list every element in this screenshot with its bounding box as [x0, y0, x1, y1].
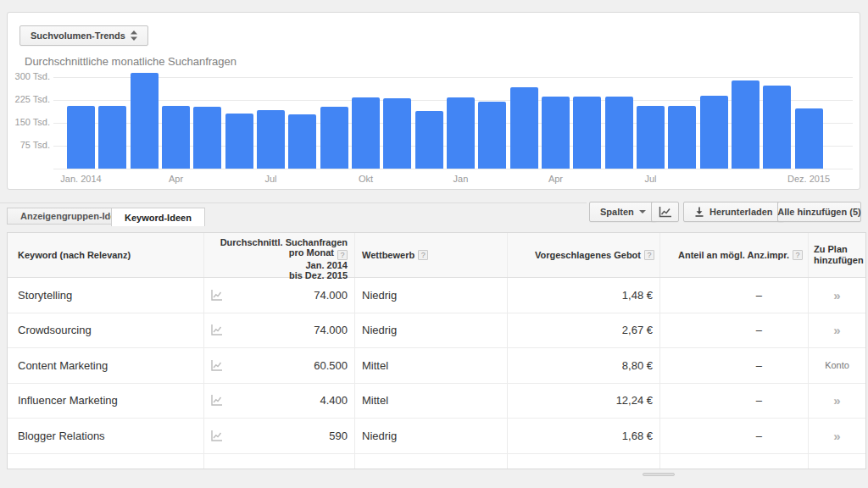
- competition-value: Niedrig: [362, 324, 397, 336]
- chart-bar[interactable]: [573, 97, 601, 169]
- line-chart-icon[interactable]: [211, 395, 222, 406]
- suggested-bid-cell: 12,24 €: [508, 384, 660, 419]
- chart-bar[interactable]: [67, 106, 95, 169]
- column-header-label: Zu Plan hinzufügen: [814, 244, 865, 266]
- chart-gridline: [53, 77, 853, 78]
- add-to-plan-cell: »: [809, 384, 865, 419]
- table-row: Content Marketing60.500Mittel8,80 €–Kont…: [8, 348, 865, 384]
- competition-cell: Niedrig: [355, 419, 508, 453]
- chart-bar[interactable]: [637, 106, 665, 169]
- columns-button[interactable]: Spalten: [589, 202, 657, 222]
- chart-bar[interactable]: [542, 97, 570, 169]
- chart-bar[interactable]: [383, 98, 411, 169]
- keyword-label: Crowdsourcing: [18, 324, 92, 336]
- account-label: Konto: [825, 360, 849, 370]
- help-icon[interactable]: ?: [337, 250, 348, 260]
- help-icon[interactable]: ?: [793, 250, 803, 260]
- column-header-avg-searches[interactable]: Durchschnittl. Suchanfragen pro Monat? J…: [204, 233, 355, 277]
- bar-chart: 75 Tsd.150 Tsd.225 Tsd.300 Tsd.Jan. 2014…: [8, 13, 860, 191]
- chart-bar[interactable]: [605, 97, 633, 169]
- bottom-scroll-handle[interactable]: [643, 473, 675, 476]
- column-header-suggested-bid[interactable]: Vorgeschlagenes Gebot ?: [508, 233, 660, 277]
- line-chart-icon[interactable]: [211, 360, 222, 371]
- column-header-competition[interactable]: Wettbewerb ?: [355, 233, 508, 277]
- search-volume-panel: Suchvolumen-Trends Durchschnittliche mon…: [7, 12, 860, 190]
- chart-bar[interactable]: [447, 97, 475, 169]
- chart-bar[interactable]: [225, 114, 253, 169]
- suggested-bid-value: 12,24 €: [616, 394, 653, 407]
- competition-value: Mittel: [362, 394, 388, 407]
- impression-share-cell: –: [660, 419, 809, 453]
- keyword-cell: Content Marketing: [8, 348, 204, 383]
- x-axis-tick-label: Okt: [330, 174, 401, 184]
- column-header-label: Keyword (nach Relevanz): [18, 250, 131, 260]
- tabstrip-divider: [0, 202, 587, 203]
- chart-bar[interactable]: [478, 102, 506, 169]
- chart-bar[interactable]: [732, 80, 760, 169]
- x-axis-tick-label: Jul: [235, 174, 306, 184]
- keyword-label: Blogger Relations: [18, 430, 105, 442]
- download-button[interactable]: Herunterladen: [683, 202, 784, 222]
- help-icon[interactable]: ?: [644, 250, 654, 260]
- chart-bar[interactable]: [415, 111, 443, 169]
- avg-searches-value: 4.400: [320, 394, 348, 407]
- suggested-bid-cell: 1,48 €: [508, 278, 660, 313]
- column-header-label: Vorgeschlagenes Gebot: [535, 250, 641, 260]
- avg-searches-cell: 60.500: [204, 348, 355, 383]
- help-icon[interactable]: ?: [418, 250, 428, 260]
- line-chart-icon[interactable]: [211, 290, 222, 301]
- download-icon: [694, 207, 704, 217]
- y-axis-tick-label: 225 Tsd.: [8, 94, 50, 104]
- chart-bar[interactable]: [288, 114, 316, 169]
- y-axis-tick-label: 150 Tsd.: [8, 117, 50, 127]
- avg-searches-cell: 74.000: [204, 313, 355, 348]
- chart-bar[interactable]: [795, 108, 823, 169]
- avg-searches-value: 74.000: [314, 324, 348, 336]
- line-chart-icon[interactable]: [211, 324, 222, 336]
- keyword-cell: Influencer Marketing: [8, 384, 204, 419]
- column-header-add-to-plan: Zu Plan hinzufügen: [809, 233, 865, 277]
- chart-bar[interactable]: [257, 110, 285, 169]
- chart-bar[interactable]: [193, 107, 221, 169]
- competition-cell: Niedrig: [355, 313, 508, 348]
- chart-bar[interactable]: [320, 107, 348, 169]
- chart-bar[interactable]: [700, 96, 728, 169]
- add-keyword-button[interactable]: »: [833, 288, 840, 302]
- add-all-button-label: Alle hinzufügen (5): [777, 207, 860, 217]
- chart-bar[interactable]: [98, 106, 126, 169]
- add-to-plan-cell: »: [809, 278, 865, 313]
- chart-bar[interactable]: [763, 86, 791, 169]
- chevron-down-icon: [639, 210, 646, 214]
- impression-share-value: –: [756, 324, 762, 336]
- add-all-button[interactable]: Alle hinzufügen (5): [777, 202, 861, 222]
- impression-share-value: –: [756, 430, 762, 442]
- impression-share-value: –: [756, 359, 762, 372]
- chart-view-toggle-button[interactable]: [651, 202, 679, 222]
- line-chart-icon[interactable]: [211, 430, 222, 441]
- table-header-row: Keyword (nach Relevanz) Durchschnittl. S…: [8, 233, 865, 278]
- chart-bar[interactable]: [131, 73, 159, 169]
- impression-share-cell: –: [660, 313, 809, 348]
- add-to-plan-cell: Konto: [809, 348, 865, 383]
- add-to-plan-cell: »: [809, 313, 865, 348]
- chart-bar[interactable]: [668, 106, 696, 169]
- keyword-ideas-table: Keyword (nach Relevanz) Durchschnittl. S…: [7, 232, 866, 469]
- avg-searches-value: 590: [329, 430, 348, 442]
- column-header-impression-share[interactable]: Anteil an mögl. Anz.impr. ?: [660, 233, 809, 277]
- tab-keyword-ideen[interactable]: Keyword-Ideen: [111, 208, 205, 226]
- y-axis-tick-label: 75 Tsd.: [8, 140, 50, 150]
- chart-bar[interactable]: [352, 97, 380, 169]
- avg-searches-cell: 4.400: [204, 384, 355, 419]
- chart-bar[interactable]: [510, 87, 538, 169]
- x-axis-tick-label: Apr: [520, 174, 591, 184]
- line-chart-icon: [659, 207, 671, 218]
- column-header-date-from: Jan. 2014: [211, 260, 348, 270]
- competition-value: Niedrig: [362, 430, 397, 442]
- add-keyword-button[interactable]: »: [833, 323, 840, 337]
- chart-bar[interactable]: [162, 106, 190, 169]
- add-keyword-button[interactable]: »: [833, 429, 840, 443]
- keyword-cell: Storytelling: [8, 278, 204, 313]
- x-axis-tick-label: Apr: [140, 174, 211, 184]
- add-keyword-button[interactable]: »: [833, 393, 840, 408]
- column-header-keyword[interactable]: Keyword (nach Relevanz): [8, 233, 204, 277]
